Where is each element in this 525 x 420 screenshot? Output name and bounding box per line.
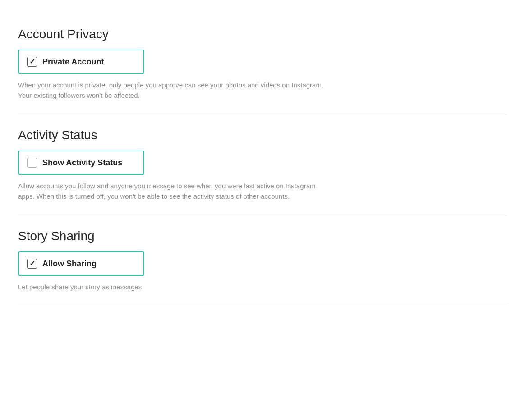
allow-sharing-checkbox[interactable]: ✓ — [27, 259, 37, 269]
allow-sharing-checkmark: ✓ — [29, 260, 35, 267]
divider-3 — [18, 306, 507, 306]
story-sharing-description: Let people share your story as messages — [18, 282, 334, 292]
activity-status-title: Activity Status — [18, 128, 507, 142]
allow-sharing-label: Allow Sharing — [42, 259, 97, 269]
activity-status-description: Allow accounts you follow and anyone you… — [18, 181, 334, 201]
show-activity-status-checkbox[interactable] — [27, 158, 37, 168]
allow-sharing-checkbox-row[interactable]: ✓ Allow Sharing — [18, 251, 144, 276]
show-activity-status-label: Show Activity Status — [42, 158, 122, 168]
private-account-checkbox-row[interactable]: ✓ Private Account — [18, 50, 144, 74]
activity-status-section: Activity Status Show Activity Status All… — [18, 128, 507, 201]
private-account-checkbox[interactable]: ✓ — [27, 57, 37, 67]
private-account-label: Private Account — [42, 57, 104, 67]
account-privacy-description: When your account is private, only peopl… — [18, 80, 334, 100]
story-sharing-title: Story Sharing — [18, 229, 507, 243]
account-privacy-title: Account Privacy — [18, 27, 507, 41]
divider-1 — [18, 114, 507, 114]
private-account-checkmark: ✓ — [29, 58, 35, 65]
account-privacy-section: Account Privacy ✓ Private Account When y… — [18, 27, 507, 100]
divider-2 — [18, 215, 507, 215]
story-sharing-section: Story Sharing ✓ Allow Sharing Let people… — [18, 229, 507, 292]
show-activity-status-checkbox-row[interactable]: Show Activity Status — [18, 151, 144, 175]
